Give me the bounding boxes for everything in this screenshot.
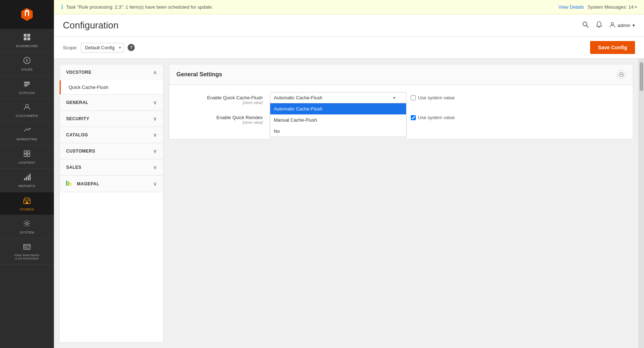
view-details-link[interactable]: View Details bbox=[558, 4, 584, 10]
marketing-icon bbox=[23, 126, 31, 136]
svg-rect-28 bbox=[68, 181, 69, 186]
sidebar-item-catalog[interactable]: CATALOG bbox=[0, 76, 54, 99]
config-section-header-catalog[interactable]: CATALOG ∨ bbox=[60, 127, 163, 143]
svg-rect-11 bbox=[24, 151, 27, 153]
sidebar-item-customers[interactable]: CUSTOMERS bbox=[0, 99, 54, 122]
page-header: Configuration admin ▾ bbox=[54, 14, 644, 37]
system-messages[interactable]: System Messages: 14 ▾ bbox=[588, 4, 637, 10]
page-title: Configuration bbox=[63, 20, 119, 31]
quick-cache-flush-label: Quick Cache-Flush bbox=[69, 85, 109, 90]
content-icon bbox=[23, 150, 31, 159]
sales-chevron-icon: ∨ bbox=[153, 164, 157, 170]
catalog-chevron-icon: ∨ bbox=[153, 132, 157, 138]
config-section-sales: SALES ∨ bbox=[60, 159, 163, 176]
config-section-header-general[interactable]: GENERAL ∨ bbox=[60, 95, 163, 110]
use-system-value-checkbox-cache-flush[interactable] bbox=[411, 95, 416, 100]
cache-flush-select-display[interactable]: Automatic Cache-Flush ▾ bbox=[270, 92, 406, 103]
config-section-header-magepal[interactable]: MAGEPAL ∨ bbox=[60, 176, 163, 192]
config-panel-header: General Settings bbox=[169, 64, 633, 85]
config-section-label-general: GENERAL bbox=[66, 100, 88, 105]
config-subsection-vdcstore: Quick Cache-Flush bbox=[60, 80, 163, 94]
config-section-header-sales[interactable]: SALES ∨ bbox=[60, 159, 163, 175]
info-icon: ℹ bbox=[61, 4, 63, 10]
svg-rect-8 bbox=[24, 85, 28, 86]
svg-rect-27 bbox=[66, 181, 67, 186]
help-icon[interactable]: ? bbox=[128, 44, 135, 51]
sidebar-item-content[interactable]: CONTENT bbox=[0, 145, 54, 169]
reindex-label: Enable Quick Reindex [store view] bbox=[176, 112, 270, 125]
catalog-icon bbox=[23, 80, 31, 90]
scrollbar-thumb[interactable] bbox=[640, 62, 643, 91]
svg-rect-14 bbox=[27, 154, 30, 157]
sidebar-item-label-stores: STORES bbox=[20, 208, 34, 212]
sidebar-item-dashboard[interactable]: DASHBOARD bbox=[0, 29, 54, 52]
use-system-value-checkbox-reindex[interactable] bbox=[411, 115, 416, 120]
admin-dropdown-arrow: ▾ bbox=[632, 23, 635, 28]
sidebar-item-system[interactable]: SYSTEM bbox=[0, 215, 54, 239]
config-panel-title: General Settings bbox=[176, 71, 222, 78]
sidebar-item-marketing[interactable]: MARKETING bbox=[0, 122, 54, 145]
notification-left: ℹ Task "Rule processing: 2,3": 1 item(s)… bbox=[61, 4, 213, 10]
notification-message: Task "Rule processing: 2,3": 1 item(s) h… bbox=[66, 4, 213, 10]
sidebar-item-label-catalog: CATALOG bbox=[19, 91, 35, 95]
config-section-header-vdcstore[interactable]: VDCSTORE ∧ bbox=[60, 64, 163, 80]
config-section-label-catalog: CATALOG bbox=[66, 132, 88, 137]
save-config-button[interactable]: Save Config bbox=[590, 41, 635, 54]
general-chevron-icon: ∨ bbox=[153, 100, 157, 105]
search-icon[interactable] bbox=[582, 21, 589, 30]
sidebar-item-label-system: SYSTEM bbox=[20, 231, 34, 235]
svg-rect-13 bbox=[24, 154, 27, 157]
sidebar-item-label-dashboard: DASHBOARD bbox=[16, 44, 38, 48]
sidebar-item-label-content: CONTENT bbox=[19, 161, 36, 165]
sidebar-item-find-partners[interactable]: FIND PARTNERS& EXTENSIONS bbox=[0, 239, 54, 265]
notification-bar: ℹ Task "Rule processing: 2,3": 1 item(s)… bbox=[54, 0, 644, 14]
sidebar-item-reports[interactable]: REPORTS bbox=[0, 169, 54, 192]
system-icon bbox=[23, 220, 31, 229]
svg-rect-6 bbox=[24, 82, 30, 83]
svg-rect-30 bbox=[71, 183, 72, 186]
dropdown-option-no[interactable]: No bbox=[270, 126, 406, 137]
admin-user-menu[interactable]: admin ▾ bbox=[609, 22, 635, 30]
reports-icon bbox=[23, 173, 31, 183]
svg-rect-12 bbox=[27, 151, 30, 153]
dropdown-option-automatic[interactable]: Automatic Cache-Flush bbox=[270, 103, 406, 114]
svg-rect-29 bbox=[69, 182, 70, 186]
right-scrollbar[interactable] bbox=[639, 59, 644, 348]
scope-label: Scope: bbox=[63, 45, 77, 50]
config-form: Enable Quick Cache-Flush [store view] Au… bbox=[169, 85, 633, 139]
svg-point-31 bbox=[619, 72, 624, 77]
config-section-header-customers[interactable]: CUSTOMERS ∨ bbox=[60, 143, 163, 159]
svg-rect-2 bbox=[24, 37, 27, 40]
collapse-icon[interactable] bbox=[617, 70, 626, 79]
dashboard-icon bbox=[23, 33, 31, 43]
cache-flush-control: Automatic Cache-Flush ▾ Automatic Cache-… bbox=[270, 92, 626, 103]
notification-right: View Details System Messages: 14 ▾ bbox=[558, 4, 637, 10]
content-area: VDCSTORE ∧ Quick Cache-Flush GENERAL ∨ bbox=[54, 59, 644, 348]
svg-rect-15 bbox=[24, 178, 25, 180]
sidebar-logo bbox=[0, 0, 54, 29]
config-section-catalog: CATALOG ∨ bbox=[60, 127, 163, 143]
scope-bar: Scope: Default Config ? Save Config bbox=[54, 37, 644, 59]
config-section-customers: CUSTOMERS ∨ bbox=[60, 143, 163, 159]
admin-avatar-icon bbox=[609, 22, 616, 30]
svg-text:$: $ bbox=[26, 58, 28, 63]
scope-dropdown[interactable]: Default Config bbox=[81, 43, 124, 53]
config-subsection-item-quick-cache-flush[interactable]: Quick Cache-Flush bbox=[60, 80, 163, 94]
customers-chevron-icon: ∨ bbox=[153, 148, 157, 154]
config-sidebar: VDCSTORE ∧ Quick Cache-Flush GENERAL ∨ bbox=[59, 64, 164, 343]
dropdown-option-manual[interactable]: Manual Cache-Flush bbox=[270, 114, 406, 126]
config-section-header-security[interactable]: SECURITY ∨ bbox=[60, 111, 163, 127]
svg-rect-0 bbox=[24, 34, 27, 37]
bell-icon[interactable] bbox=[595, 21, 603, 30]
sidebar-item-stores[interactable]: STORES bbox=[0, 192, 54, 216]
config-section-general: GENERAL ∨ bbox=[60, 95, 163, 111]
scope-select-wrapper[interactable]: Default Config bbox=[81, 43, 124, 53]
config-section-label-customers: CUSTOMERS bbox=[66, 149, 95, 154]
config-content: General Settings Enable Quick Cache-Flus… bbox=[164, 59, 639, 348]
config-section-label-security: SECURITY bbox=[66, 116, 89, 121]
config-section-vdcstore: VDCSTORE ∧ Quick Cache-Flush bbox=[60, 64, 163, 95]
config-section-label-vdcstore: VDCSTORE bbox=[66, 70, 91, 75]
svg-rect-18 bbox=[29, 174, 31, 180]
sidebar-item-sales[interactable]: $ SALES bbox=[0, 52, 54, 76]
svg-point-26 bbox=[611, 22, 613, 25]
